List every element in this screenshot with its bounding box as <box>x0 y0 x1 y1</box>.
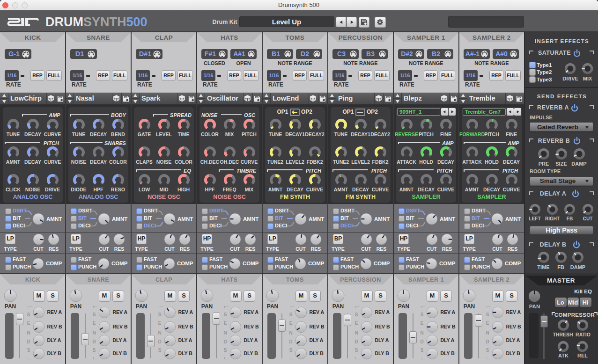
svg-text:?: ? <box>376 97 378 101</box>
svg-text:?: ? <box>117 97 119 101</box>
svg-text:?: ? <box>52 97 53 101</box>
svg-text:?: ? <box>442 97 443 101</box>
svg-text:?: ? <box>48 97 50 101</box>
svg-text:?: ? <box>507 97 509 101</box>
svg-text:?: ? <box>245 97 247 101</box>
svg-text:?: ? <box>510 97 512 101</box>
svg-text:?: ? <box>310 97 312 101</box>
svg-text:?: ? <box>445 97 447 101</box>
svg-text:?: ? <box>248 97 250 101</box>
svg-text:?: ? <box>114 97 116 101</box>
svg-text:?: ? <box>183 97 185 101</box>
svg-text:?: ? <box>314 97 316 101</box>
svg-text:?: ? <box>379 97 381 101</box>
svg-text:?: ? <box>179 97 181 101</box>
